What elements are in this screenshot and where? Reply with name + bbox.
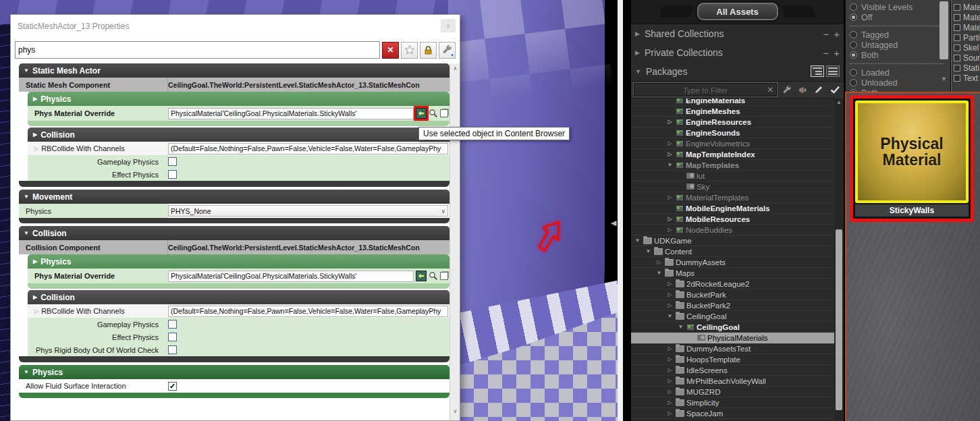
selected-asset[interactable]: Physical Material StickyWalls <box>850 95 974 222</box>
radio-visible-levels[interactable]: Visible Levels <box>850 2 950 12</box>
tree-item-mrphilbeachvolleywall[interactable]: ▷MrPhilBeachVolleyWall <box>631 376 844 387</box>
all-assets-button[interactable]: All Assets <box>697 3 778 20</box>
properties-scrollbar[interactable]: ∧ ∨ <box>450 63 460 420</box>
row-gameplay-physics-2[interactable]: Gameplay Physics <box>28 318 450 331</box>
tree-item-ceilinggoal[interactable]: ▼CeilingGoal <box>631 322 844 333</box>
category-movement[interactable]: ▼ Movement <box>19 190 450 204</box>
row-rbcollide-channels-2[interactable]: ▷RBCollide With Channels (Default=False,… <box>28 304 450 318</box>
gameplay-physics-checkbox[interactable] <box>168 157 177 166</box>
allow-fluid-checkbox[interactable]: ✓ <box>168 382 177 391</box>
add-collection-button[interactable]: + <box>834 47 840 59</box>
phys-material-override-field[interactable]: PhysicalMaterial'CeilingGoal.PhysicalMat… <box>168 271 414 282</box>
tree-item-maptemplateindex[interactable]: ▷MapTemplateIndex <box>631 149 844 160</box>
row-phys-material-override[interactable]: Phys Material Override PhysicalMaterial'… <box>28 106 450 121</box>
chevron-collapsed-icon[interactable]: ▷ <box>666 345 674 352</box>
package-filter-input[interactable] <box>634 84 776 96</box>
subcategory-collision-2[interactable]: ▶ Collision <box>28 290 450 304</box>
chevron-collapsed-icon[interactable]: ▷ <box>34 146 38 152</box>
filter-panel-scrollbar[interactable]: ▼ <box>940 1 948 89</box>
radio-off[interactable]: Off <box>850 12 950 22</box>
chevron-expanded-icon[interactable]: ▼ <box>666 162 674 168</box>
tree-item-maptemplates[interactable]: ▼MapTemplates <box>631 160 844 171</box>
radio-unloaded[interactable]: Unloaded <box>850 78 950 88</box>
collapse-panel-icon[interactable]: ◀ <box>611 219 616 227</box>
row-allow-fluid[interactable]: Allow Fluid Surface Interaction ✓ <box>19 379 450 393</box>
row-collision-component[interactable]: Collision Component CeilingGoal.TheWorld… <box>19 240 450 254</box>
options-button[interactable]: ▼ <box>439 42 456 59</box>
tree-item-enginesounds[interactable]: EngineSounds <box>631 128 844 138</box>
tree-view-toggle[interactable] <box>811 65 824 77</box>
tree-item-sky[interactable]: Sky <box>631 181 844 192</box>
phys-rigid-body-checkbox[interactable] <box>168 345 177 354</box>
chevron-collapsed-icon[interactable]: ▷ <box>666 356 674 362</box>
scroll-down-icon[interactable]: ▼ <box>941 76 947 82</box>
type-checkbox-mate[interactable]: Mate <box>954 22 980 32</box>
package-tree-scrollbar[interactable]: ▲ <box>834 98 844 421</box>
category-physics[interactable]: ▼ Physics <box>19 365 450 379</box>
chevron-expanded-icon[interactable]: ▼ <box>677 324 684 330</box>
remove-collection-button[interactable]: − <box>823 47 829 59</box>
chevron-expanded-icon[interactable]: ▼ <box>645 248 652 254</box>
row-static-mesh-component[interactable]: Static Mesh Component CeilingGoal.TheWor… <box>19 78 450 92</box>
chevron-collapsed-icon[interactable]: ▷ <box>34 308 38 314</box>
asset-view[interactable]: Physical Material StickyWalls <box>845 92 980 421</box>
effect-physics-checkbox[interactable] <box>168 333 177 341</box>
tree-item-bucketpark2[interactable]: ▷BucketPark2 <box>631 300 844 311</box>
type-checkbox-stati[interactable]: Stati <box>954 63 980 73</box>
row-effect-physics[interactable]: Effect Physics <box>28 168 450 181</box>
row-gameplay-physics[interactable]: Gameplay Physics <box>28 155 450 168</box>
chevron-collapsed-icon[interactable]: ▷ <box>666 281 674 287</box>
row-phys-rigid-body[interactable]: Phys Rigid Body Out Of World Check <box>28 343 450 356</box>
radio-tagged[interactable]: Tagged <box>850 30 950 40</box>
row-effect-physics-2[interactable]: Effect Physics <box>28 331 450 343</box>
tree-item-lut[interactable]: lut <box>631 171 844 181</box>
favorites-button[interactable] <box>401 42 418 59</box>
tree-item-content[interactable]: ▼Content <box>631 246 844 257</box>
properties-titlebar[interactable]: StaticMeshActor_13 Properties x <box>11 15 460 38</box>
radio-untagged[interactable]: Untagged <box>850 40 950 50</box>
gameplay-physics-checkbox[interactable] <box>168 320 177 329</box>
clear-search-button[interactable]: ✕ <box>382 42 399 59</box>
clear-filter-icon[interactable]: ✕ <box>767 85 773 94</box>
add-collection-button[interactable]: + <box>834 28 840 40</box>
effect-physics-checkbox[interactable] <box>168 170 177 179</box>
tree-item-bucketpark[interactable]: ▷BucketPark <box>631 289 844 300</box>
tree-item-maps[interactable]: ▼Maps <box>631 268 844 279</box>
close-window-button[interactable]: x <box>441 19 456 32</box>
subcategory-physics[interactable]: ▶ Physics <box>28 92 450 106</box>
chevron-collapsed-icon[interactable]: ▷ <box>666 399 674 405</box>
tree-item-enginemeshes[interactable]: EngineMeshes <box>631 106 844 117</box>
tree-item-physicalmaterials[interactable]: PhysicalMaterials <box>631 333 844 343</box>
phys-material-override-field[interactable]: PhysicalMaterial'CeilingGoal.PhysicalMat… <box>168 108 414 119</box>
tree-item-nodebuddies[interactable]: ▷NodeBuddies <box>631 225 844 235</box>
chevron-collapsed-icon[interactable]: ▶ <box>635 49 640 56</box>
category-collision[interactable]: ▼ Collision <box>19 226 450 240</box>
type-checkbox-parti[interactable]: Parti <box>954 32 980 43</box>
tree-item-mobileenginematerials[interactable]: MobileEngineMaterials <box>631 203 844 214</box>
tree-item-idlescreens[interactable]: ▷IdleScreens <box>631 365 844 376</box>
tree-item-ceilinggoal[interactable]: ▼CeilingGoal <box>631 311 844 322</box>
chevron-expanded-icon[interactable]: ▼ <box>635 68 641 75</box>
tree-item-simplicity[interactable]: ▷Simplicity <box>631 397 844 408</box>
tree-item-spacejam[interactable]: ▷SpaceJam <box>631 408 844 419</box>
flat-view-toggle[interactable] <box>826 65 840 77</box>
lock-button[interactable] <box>420 42 437 59</box>
scrollbar-thumb[interactable] <box>940 1 948 59</box>
find-in-browser-button[interactable] <box>428 271 439 281</box>
chevron-collapsed-icon[interactable]: ▷ <box>666 216 674 222</box>
scroll-down-icon[interactable]: ∨ <box>450 406 460 416</box>
section-packages[interactable]: ▼ Packages <box>631 62 844 81</box>
subcategory-collision[interactable]: ▶ Collision <box>28 128 450 142</box>
scrollbar-thumb[interactable] <box>836 229 842 410</box>
type-checkbox-skel[interactable]: Skel <box>954 43 980 53</box>
chevron-collapsed-icon[interactable]: ▷ <box>666 291 674 298</box>
chevron-expanded-icon[interactable]: ▼ <box>666 313 674 319</box>
physical-material-thumbnail[interactable]: Physical Material <box>855 101 969 203</box>
row-rbcollide-channels[interactable]: ▷RBCollide With Channels (Default=False,… <box>28 142 450 155</box>
physics-dropdown[interactable]: PHYS_None ∨ <box>168 205 448 217</box>
remove-collection-button[interactable]: − <box>823 28 829 40</box>
use-selected-object-button[interactable] <box>416 271 427 281</box>
type-checkbox-text[interactable]: Text <box>954 73 980 83</box>
chevron-collapsed-icon[interactable]: ▷ <box>666 410 674 416</box>
section-shared-collections[interactable]: ▶ Shared Collections −+ <box>631 24 844 43</box>
